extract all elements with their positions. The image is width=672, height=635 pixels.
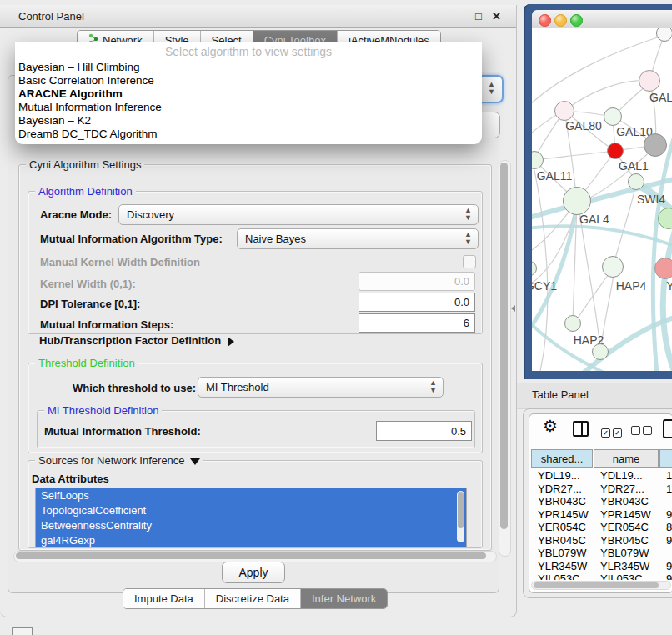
network-node-gal80[interactable] [554,101,574,121]
aracne-mode-label: Aracne Mode: [40,208,112,221]
dropdown-item[interactable]: Mutual Information Inference [15,101,482,114]
tab-discretize-data[interactable]: Discretize Data [205,589,301,608]
table-cell: 13 [666,469,672,482]
table-cell: YBR043C [600,495,665,508]
table-row[interactable]: YIL053CYIL053C9 [529,572,672,580]
table-row[interactable]: YBR043CYBR043C [529,495,672,508]
network-node-swi4[interactable] [628,173,644,190]
table-cell: 12 [666,482,672,495]
unchecked-boxes-icon[interactable] [631,423,654,438]
manual-kernel-width-checkbox[interactable] [463,255,476,268]
table-row[interactable]: YDL19...YDL19...13 [529,469,672,482]
mi-algorithm-type-label: Mutual Information Algorithm Type: [40,232,223,245]
network-node[interactable] [592,343,609,360]
hub-transcription-factor-section[interactable]: Hub/Transcription Factor Definition [39,334,234,347]
data-attributes-list[interactable]: SelfLoopsTopologicalCoefficientBetweenne… [35,488,467,548]
list-scrollbar[interactable] [457,491,464,542]
mi-algorithm-type-combobox[interactable]: Naive Bayes ▲▼ [237,228,479,249]
minimize-traffic-light[interactable] [554,14,567,27]
column-header-name[interactable]: name [594,449,659,468]
network-node-hap4[interactable] [602,256,624,278]
table-row[interactable]: YDR27...YDR27...12 [529,482,672,496]
vertical-scrollbar-thumb[interactable] [500,162,508,529]
expanded-arrow-icon [190,458,200,465]
network-window-titlebar[interactable] [532,10,672,29]
network-node-gal10[interactable] [604,108,622,126]
which-threshold-value: MI Threshold [206,381,269,393]
dropdown-item[interactable]: ARACNE Algorithm [15,88,482,101]
node-label-gal80: GAL80 [565,119,602,132]
split-columns-icon[interactable] [573,421,589,437]
table-cell: YDL19... [538,469,599,482]
zoom-traffic-light[interactable] [570,14,583,27]
node-label-gal4: GAL4 [579,212,609,226]
network-node[interactable] [644,133,667,157]
sources-label[interactable]: Sources for Network Inference [35,454,203,467]
panel-splitter-arrow-icon[interactable] [511,305,515,312]
attribute-list-item[interactable]: TopologicalCoefficient [36,503,466,518]
table-horizontal-scrollbar[interactable] [531,581,671,590]
table-cell: YLR345W [538,560,599,572]
table-scrollbar-thumb[interactable] [534,582,659,588]
float-panel-icon[interactable]: □ [475,10,482,22]
bottom-corner-panel-icon[interactable] [12,627,33,635]
document-icon[interactable] [663,419,672,438]
kernel-width-label: Kernel Width (0,1): [40,278,136,290]
attribute-list-item[interactable]: BetweennessCentrality [36,518,466,533]
stepper-arrows-icon: ▲▼ [464,207,472,222]
table-cell: YDR27... [600,482,665,495]
gear-icon[interactable]: ⚙ [543,417,558,435]
table-cell: YBR045C [600,534,665,547]
mi-threshold-input[interactable]: 0.5 [376,421,472,441]
checked-boxes-icon[interactable]: ✓✓ [601,423,624,438]
network-view-window[interactable]: GALGAL80GAL10GAL1GAL11SWI4GAL4GCY1HAP4YH… [524,4,672,379]
node-label-gal: GAL [649,91,672,104]
column-header-shared[interactable]: shared... [531,449,593,468]
table-header: shared...nameA [529,449,672,469]
control-panel-title: Control Panel [18,10,84,22]
network-node[interactable] [656,28,672,42]
horizontal-scrollbar[interactable] [13,551,497,562]
column-header-A[interactable]: A [659,449,672,468]
dropdown-item[interactable]: Bayesian – K2 [15,114,482,128]
dropdown-item[interactable]: Basic Correlation Inference [15,74,482,88]
table-row[interactable]: YBR045CYBR045C9. [529,534,672,548]
attribute-list-item[interactable]: gal4RGexp [36,533,466,548]
table-row[interactable]: YLR345WYLR345W9. [529,560,672,573]
dropdown-placeholder: Select algorithm to view settings [15,42,482,61]
table-cell: 9 [666,572,672,580]
mi-steps-input[interactable]: 6 [359,313,475,332]
network-canvas[interactable]: GALGAL80GAL10GAL1GAL11SWI4GAL4GCY1HAP4YH… [532,28,672,371]
apply-button[interactable]: Apply [222,562,285,583]
horizontal-scrollbar-thumb[interactable] [16,552,486,559]
which-threshold-combobox[interactable]: MI Threshold ▲▼ [198,377,444,398]
dropdown-item[interactable]: Bayesian – Hill Climbing [15,61,482,74]
close-traffic-light[interactable] [539,14,551,27]
attribute-list-item[interactable]: SelfLoops [36,488,466,503]
aracne-mode-value: Discovery [127,208,174,221]
dropdown-item[interactable]: Dream8 DC_TDC Algorithm [15,128,482,141]
network-node-gal[interactable] [639,70,660,92]
aracne-mode-combobox[interactable]: Discovery ▲▼ [118,204,479,225]
table-row[interactable]: YER054CYER054C8. [529,521,672,534]
close-panel-icon[interactable]: ✕ [492,10,501,22]
table-cell: YER054C [600,521,665,533]
table-cell: 9. [666,508,672,521]
tab-impute-data[interactable]: Impute Data [123,589,205,608]
mi-algorithm-type-value: Naive Bayes [245,232,306,245]
hub-transcription-factor-label: Hub/Transcription Factor Definition [39,334,221,347]
table-row[interactable]: YBL079WYBL079W [529,547,672,560]
dpi-tolerance-input[interactable]: 0.0 [359,292,475,312]
table-row[interactable]: YPR145WYPR145W9. [529,508,672,522]
tab-infer-network[interactable]: Infer Network [301,589,387,608]
table-cell: YDL19... [600,469,665,482]
kernel-width-input[interactable]: 0.0 [359,272,475,291]
network-node-y[interactable] [654,258,672,279]
network-node-gal1[interactable] [607,142,624,159]
network-node-gal4[interactable] [563,187,591,215]
stepper-arrows-icon: ▲▼ [488,81,495,96]
list-scrollbar-thumb[interactable] [458,492,464,528]
network-node-hap2[interactable] [564,315,581,332]
stepper-arrows-icon: ▲▼ [464,231,472,246]
vertical-scrollbar[interactable] [499,160,511,557]
